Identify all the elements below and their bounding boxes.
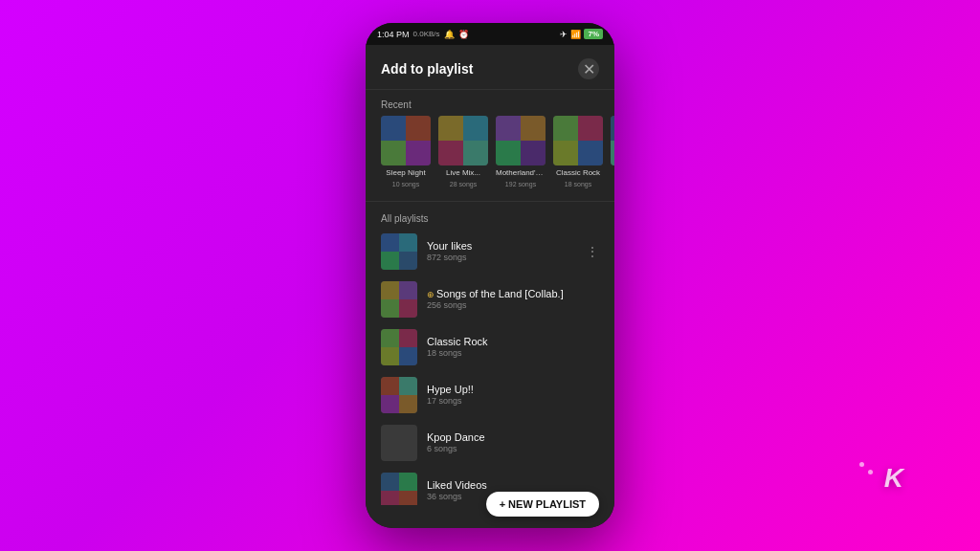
recent-name-0: Sleep Night (386, 168, 425, 178)
recent-scroll: Sleep Night 10 songs Live Mix... 28 song… (366, 116, 614, 197)
recent-item-1[interactable]: Live Mix... 28 songs (438, 116, 488, 187)
status-network: 0.0KB/s (413, 30, 440, 38)
all-playlists-label: All playlists (366, 206, 614, 228)
alarm-icon: ⏰ (458, 30, 469, 39)
playlist-item-4[interactable]: Kpop Dance 6 songs (366, 419, 614, 467)
modal-title: Add to playlist (381, 61, 473, 77)
decorative-dots (859, 462, 873, 474)
playlist-thumb-2 (381, 329, 417, 365)
playlist-thumb-5 (381, 473, 417, 505)
playlist-thumb-4 (381, 425, 417, 461)
status-right: ✈ 📶 7% (560, 29, 603, 39)
playlist-info-3: Hype Up!! 17 songs (427, 384, 599, 406)
playlist-item-1[interactable]: ⊕Songs of the Land [Collab.] 256 songs (366, 276, 614, 323)
close-button[interactable]: ✕ (578, 58, 599, 79)
playlist-name-0: Your likes (427, 240, 576, 252)
new-playlist-container: + NEW PLAYLIST (366, 505, 614, 528)
recent-thumb-4 (611, 116, 614, 165)
playlist-item-3[interactable]: Hype Up!! 17 songs (366, 371, 614, 419)
playlist-item-2[interactable]: Classic Rock 18 songs (366, 323, 614, 371)
playlist-thumb-1 (381, 281, 417, 318)
playlist-info-1: ⊕Songs of the Land [Collab.] 256 songs (427, 288, 599, 310)
battery-indicator: 7% (584, 29, 603, 39)
airplane-icon: ✈ (560, 30, 568, 39)
recent-label: Recent (366, 90, 614, 116)
playlist-name-4: Kpop Dance (427, 431, 599, 443)
recent-songs-1: 28 songs (450, 181, 477, 187)
playlist-info-0: Your likes 872 songs (427, 240, 576, 262)
playlist-songs-4: 6 songs (427, 444, 599, 453)
recent-item-4[interactable]: Shared... 6 songs (611, 116, 614, 187)
playlist-name-2: Classic Rock (427, 336, 599, 347)
modal-header: Add to playlist ✕ (366, 45, 614, 90)
recent-name-1: Live Mix... (446, 168, 480, 178)
new-playlist-button[interactable]: + NEW PLAYLIST (486, 492, 599, 517)
recent-name-2: Motherland's... (496, 168, 546, 178)
recent-item-0[interactable]: Sleep Night 10 songs (381, 116, 431, 187)
playlist-name-3: Hype Up!! (427, 384, 599, 395)
wifi-icon: 📶 (570, 30, 581, 39)
status-bar: 1:04 PM 0.0KB/s 🔔 ⏰ ✈ 📶 7% (366, 23, 614, 45)
modal-wrapper: Add to playlist ✕ Recent Sleep Night (366, 45, 614, 528)
playlist-songs-1: 256 songs (427, 300, 599, 310)
collab-icon: ⊕ (427, 290, 434, 299)
section-divider (366, 201, 614, 202)
recent-item-3[interactable]: Classic Rock 18 songs (553, 116, 603, 187)
recent-item-2[interactable]: Motherland's... 192 songs (496, 116, 546, 187)
playlist-songs-2: 18 songs (427, 348, 599, 358)
recent-thumb-0 (381, 116, 431, 165)
recent-thumb-1 (438, 116, 488, 165)
phone-frame: 1:04 PM 0.0KB/s 🔔 ⏰ ✈ 📶 7% Add to playli… (366, 23, 614, 528)
playlist-name-5: Liked Videos (427, 479, 599, 491)
recent-songs-2: 192 songs (505, 181, 536, 187)
notification-icon: 🔔 (444, 30, 455, 39)
recent-name-3: Classic Rock (556, 168, 600, 178)
recent-songs-3: 18 songs (565, 181, 591, 187)
playlist-list: Your likes 872 songs ⋮ ⊕Son (366, 228, 614, 505)
playlist-item-0[interactable]: Your likes 872 songs ⋮ (366, 228, 614, 276)
playlist-info-2: Classic Rock 18 songs (427, 336, 599, 358)
status-left: 1:04 PM 0.0KB/s 🔔 ⏰ (377, 30, 469, 39)
playlist-action-0[interactable]: ⋮ (586, 244, 599, 259)
playlist-name-1: ⊕Songs of the Land [Collab.] (427, 288, 599, 299)
recent-songs-0: 10 songs (392, 181, 419, 187)
playlist-thumb-0 (381, 233, 417, 270)
playlist-info-4: Kpop Dance 6 songs (427, 431, 599, 453)
playlist-songs-3: 17 songs (427, 396, 599, 406)
watermark-logo: K (884, 463, 903, 494)
add-to-playlist-modal: Add to playlist ✕ Recent Sleep Night (366, 45, 614, 528)
playlist-thumb-3 (381, 377, 417, 413)
status-time: 1:04 PM (377, 30, 410, 39)
recent-thumb-3 (553, 116, 603, 165)
recent-thumb-2 (496, 116, 546, 165)
playlist-songs-0: 872 songs (427, 253, 576, 262)
